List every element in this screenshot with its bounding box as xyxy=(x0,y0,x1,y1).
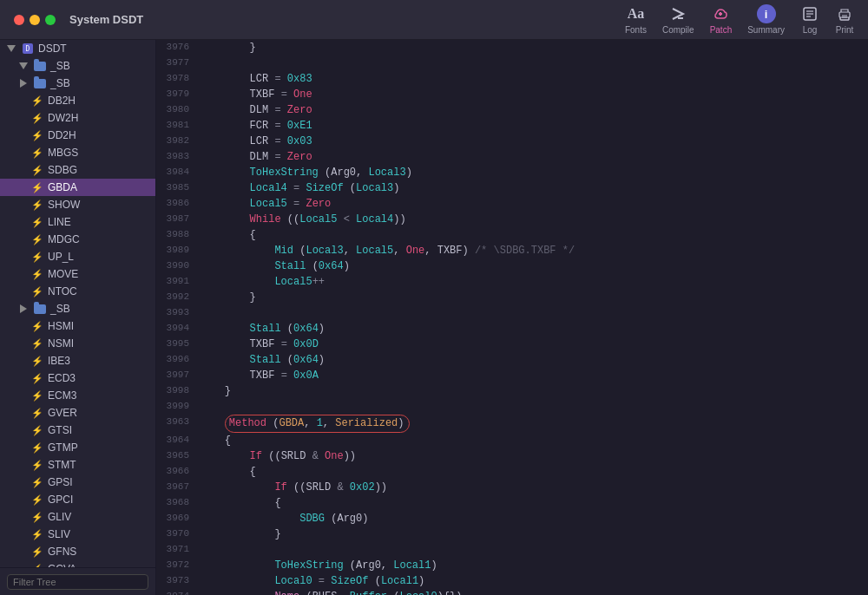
method-icon: ⚡ xyxy=(31,129,43,141)
titlebar-left: System DSDT xyxy=(14,13,143,26)
minimize-button[interactable] xyxy=(30,15,40,25)
code-line: 3986 Local5 = Zero xyxy=(156,196,868,212)
sidebar-item-db2h[interactable]: ⚡ DB2H xyxy=(0,92,155,109)
code-line: 3969 SDBG (Arg0) xyxy=(156,511,868,526)
ecm3-label: ECM3 xyxy=(48,389,76,402)
gpsi-label: GPSI xyxy=(48,476,73,488)
sidebar-item-dw2h[interactable]: ⚡ DW2H xyxy=(0,109,155,127)
sidebar-item-sb1[interactable]: _SB xyxy=(0,57,155,75)
sidebar-item-ibe3[interactable]: ⚡ IBE3 xyxy=(0,352,155,369)
sidebar-item-ecd3[interactable]: ⚡ ECD3 xyxy=(0,369,155,387)
method-icon: ⚡ xyxy=(31,164,43,176)
code-line: 3973 Local0 = SizeOf (Local1) xyxy=(156,573,868,589)
dsdt-label: DSDT xyxy=(38,42,67,55)
sidebar: D DSDT _SB _SB ⚡ DB2H ⚡ xyxy=(0,40,156,595)
method-icon: ⚡ xyxy=(31,181,43,193)
sidebar-item-hsmi[interactable]: ⚡ HSMI xyxy=(0,317,155,335)
code-line: 3981 FCR = 0xE1 xyxy=(156,118,868,134)
log-toolbar-item[interactable]: Log xyxy=(800,4,819,35)
line-label: LINE xyxy=(48,216,71,228)
method-icon: ⚡ xyxy=(31,494,43,506)
print-toolbar-item[interactable]: Print xyxy=(835,4,854,35)
sidebar-item-show[interactable]: ⚡ SHOW xyxy=(0,196,155,213)
code-line: 3988 { xyxy=(156,227,868,243)
compile-toolbar-item[interactable]: Compile xyxy=(662,4,694,35)
summary-toolbar-item[interactable]: i Summary xyxy=(747,4,785,35)
code-line: 3991 Local5++ xyxy=(156,274,868,290)
code-line: 3996 Stall (0x64) xyxy=(156,352,868,368)
sidebar-item-sliv[interactable]: ⚡ SLIV xyxy=(0,526,155,543)
traffic-lights xyxy=(14,15,56,25)
sidebar-tree[interactable]: D DSDT _SB _SB ⚡ DB2H ⚡ xyxy=(0,40,155,567)
toolbar: Aa Fonts Compile Patch xyxy=(625,4,854,35)
sidebar-item-gpsi[interactable]: ⚡ GPSI xyxy=(0,474,155,491)
sidebar-item-gpci[interactable]: ⚡ GPCI xyxy=(0,491,155,508)
gliv-label: GLIV xyxy=(48,511,71,523)
sidebar-item-up_l[interactable]: ⚡ UP_L xyxy=(0,248,155,265)
method-icon: ⚡ xyxy=(31,216,43,228)
sidebar-item-gliv[interactable]: ⚡ GLIV xyxy=(0,508,155,526)
close-button[interactable] xyxy=(14,15,24,25)
code-line: 3992 } xyxy=(156,290,868,305)
sidebar-item-move[interactable]: ⚡ MOVE xyxy=(0,265,155,283)
sidebar-item-mbgs[interactable]: ⚡ MBGS xyxy=(0,144,155,161)
sidebar-item-gver[interactable]: ⚡ GVER xyxy=(0,404,155,422)
method-icon: ⚡ xyxy=(31,546,43,558)
sidebar-item-dd2h[interactable]: ⚡ DD2H xyxy=(0,127,155,144)
sidebar-item-gtsi[interactable]: ⚡ GTSI xyxy=(0,422,155,439)
code-line: 3987 While ((Local5 < Local4)) xyxy=(156,212,868,227)
patch-label: Patch xyxy=(710,25,733,35)
print-label: Print xyxy=(836,25,854,35)
method-icon: ⚡ xyxy=(31,389,43,402)
sb3-label: _SB xyxy=(50,303,70,315)
sidebar-footer xyxy=(0,567,155,595)
move-label: MOVE xyxy=(48,268,78,280)
sidebar-item-gtmp[interactable]: ⚡ GTMP xyxy=(0,439,155,456)
sidebar-item-gcva[interactable]: ⚡ GCVA xyxy=(0,560,155,567)
svg-rect-8 xyxy=(839,12,850,17)
code-line: 3994 Stall (0x64) xyxy=(156,321,868,337)
maximize-button[interactable] xyxy=(45,15,56,25)
filter-input[interactable] xyxy=(7,574,148,590)
folder-icon xyxy=(34,60,46,72)
sidebar-item-ntoc[interactable]: ⚡ NTOC xyxy=(0,283,155,300)
sidebar-item-gbda[interactable]: ⚡ GBDA xyxy=(0,179,155,196)
show-label: SHOW xyxy=(48,199,80,211)
code-line: 3976 } xyxy=(156,40,868,56)
code-line: 3982 LCR = 0x03 xyxy=(156,134,868,149)
method-icon: ⚡ xyxy=(31,441,43,454)
gfns-label: GFNS xyxy=(48,546,76,558)
app-title: System DSDT xyxy=(69,13,143,26)
patch-toolbar-item[interactable]: Patch xyxy=(710,4,733,35)
sidebar-item-sdbg[interactable]: ⚡ SDBG xyxy=(0,161,155,179)
sidebar-item-dsdt[interactable]: D DSDT xyxy=(0,40,155,57)
sidebar-item-sb3[interactable]: _SB xyxy=(0,300,155,317)
code-editor[interactable]: 3976 } 3977 3978 LCR = 0x83 3979 TXBF = … xyxy=(156,40,868,595)
method-icon: ⚡ xyxy=(31,424,43,436)
code-line: 3966 { xyxy=(156,464,868,480)
method-icon: ⚡ xyxy=(31,233,43,245)
sidebar-item-gfns[interactable]: ⚡ GFNS xyxy=(0,543,155,560)
sidebar-item-stmt[interactable]: ⚡ STMT xyxy=(0,456,155,474)
fonts-label: Fonts xyxy=(625,25,647,35)
sidebar-item-mdgc[interactable]: ⚡ MDGC xyxy=(0,231,155,248)
code-line: 3974 Name (BUFS, Buffer (Local0){}) xyxy=(156,589,868,595)
sidebar-item-sb2[interactable]: _SB xyxy=(0,75,155,92)
code-line-method-gbda: 3963 Method (GBDA, 1, Serialized) xyxy=(156,415,868,433)
sidebar-item-ecm3[interactable]: ⚡ ECM3 xyxy=(0,387,155,404)
code-line: 3984 ToHexString (Arg0, Local3) xyxy=(156,165,868,180)
gpci-label: GPCI xyxy=(48,494,73,506)
code-line: 3990 Stall (0x64) xyxy=(156,258,868,274)
sidebar-item-line[interactable]: ⚡ LINE xyxy=(0,213,155,231)
method-icon: ⚡ xyxy=(31,147,43,159)
code-line: 3964 { xyxy=(156,433,868,448)
fonts-toolbar-item[interactable]: Aa Fonts xyxy=(625,4,647,35)
compile-label: Compile xyxy=(662,25,694,35)
gtmp-label: GTMP xyxy=(48,441,78,454)
code-line: 3970 } xyxy=(156,526,868,542)
code-line: 3985 Local4 = SizeOf (Local3) xyxy=(156,180,868,196)
titlebar: System DSDT Aa Fonts Compile xyxy=(0,0,868,40)
sidebar-item-nsmi[interactable]: ⚡ NSMI xyxy=(0,335,155,352)
print-icon xyxy=(835,4,854,23)
method-icon: ⚡ xyxy=(31,407,43,419)
